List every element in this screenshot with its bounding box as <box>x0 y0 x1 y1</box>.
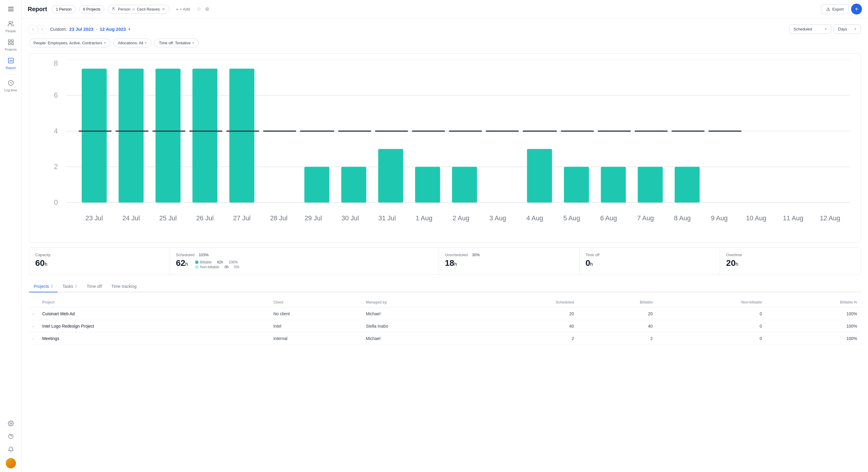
people-icon <box>7 21 14 28</box>
cell-project: Intel Logo Redesign Project <box>38 320 270 332</box>
report-icon <box>7 57 14 65</box>
svg-text:1 Aug: 1 Aug <box>415 214 433 222</box>
add-filter-label: + Add <box>180 7 190 11</box>
allocations-filter-pill[interactable]: Allocations: All ▾ <box>113 39 151 47</box>
end-date[interactable]: 12 Aug 2023 <box>100 27 126 32</box>
svg-text:10 Aug: 10 Aug <box>746 214 767 222</box>
svg-text:25 Jul: 25 Jul <box>159 214 177 222</box>
timeoff-value: 0h <box>586 258 714 268</box>
scheduled-pct: 103% <box>198 253 209 257</box>
stat-overtime: Overtime 20h <box>720 248 861 275</box>
expand-row-button[interactable]: › <box>33 312 34 316</box>
svg-rect-58 <box>638 167 663 203</box>
tab-projects-label: Projects <box>34 284 49 289</box>
people-filter-label: People: Employees, Active, Contractors <box>33 41 102 45</box>
logtime-icon <box>7 80 14 87</box>
sidebar-item-people[interactable]: People <box>2 18 20 35</box>
svg-point-3 <box>9 22 11 24</box>
people-filter-arrow: ▾ <box>104 41 106 45</box>
svg-text:28 Jul: 28 Jul <box>270 214 287 222</box>
add-filter-button[interactable]: + + Add <box>173 5 193 13</box>
date-prev-button[interactable]: ‹ <box>29 25 37 33</box>
avatar[interactable] <box>6 458 16 468</box>
projects-count-chip[interactable]: 6 Projects <box>79 5 104 13</box>
scheduled-value: 62h <box>176 258 188 268</box>
svg-text:4: 4 <box>54 127 58 135</box>
filter-value: Cecil Reaves <box>137 7 160 11</box>
table-row: › Cuisinart Web Ad No client Michael 20 … <box>29 308 861 320</box>
date-separator: - <box>96 27 97 32</box>
svg-rect-54 <box>564 167 589 203</box>
date-next-button[interactable]: › <box>38 25 46 33</box>
unscheduled-label: Unscheduled <box>445 253 468 257</box>
svg-text:8 Aug: 8 Aug <box>674 214 691 222</box>
svg-rect-32 <box>156 69 181 202</box>
stat-unscheduled: Unscheduled 30% 18h <box>439 248 580 275</box>
col-billable-pct: Billable % <box>766 297 861 308</box>
overtime-value: 20h <box>726 258 855 268</box>
cell-non-billable: 0 <box>656 320 766 332</box>
expand-row-button[interactable]: › <box>33 337 34 341</box>
billable-dot <box>195 261 198 264</box>
chart-container: 0 2 4 6 8 <box>29 53 861 243</box>
days-chevron-icon: ▾ <box>855 27 856 31</box>
create-button[interactable]: + <box>851 4 862 14</box>
scheduled-dropdown[interactable]: Scheduled ▾ <box>789 24 831 34</box>
expand-row-button[interactable]: › <box>33 324 34 328</box>
svg-point-13 <box>10 423 11 424</box>
cell-billable: 40 <box>578 320 656 332</box>
svg-rect-44 <box>378 149 403 202</box>
scheduled-label: Scheduled <box>794 27 812 31</box>
sidebar-item-help[interactable] <box>2 431 20 443</box>
sidebar-item-logtime[interactable]: Log time <box>2 77 20 94</box>
timeoff-filter-pill[interactable]: Time off: Tentative ▾ <box>154 39 198 47</box>
svg-rect-30 <box>119 69 144 202</box>
filter-row: People: Employees, Active, Contractors ▾… <box>29 39 861 47</box>
svg-rect-42 <box>341 167 366 203</box>
svg-text:30 Jul: 30 Jul <box>341 214 359 222</box>
date-dropdown-icon[interactable]: ▾ <box>128 27 130 31</box>
content-area: ‹ › Custom: 23 Jul 2023 - 12 Aug 2023 ▾ … <box>22 19 868 472</box>
people-filter-pill[interactable]: People: Employees, Active, Contractors ▾ <box>29 39 110 47</box>
sidebar-logo[interactable] <box>5 4 16 14</box>
capacity-label: Capacity <box>35 253 51 257</box>
svg-text:23 Jul: 23 Jul <box>86 214 103 222</box>
tab-projects[interactable]: Projects 3 <box>29 281 58 292</box>
help-icon <box>8 433 14 440</box>
allocations-filter-arrow: ▾ <box>145 41 147 45</box>
cell-billable: 2 <box>578 332 656 345</box>
svg-text:31 Jul: 31 Jul <box>378 214 396 222</box>
sidebar-item-people-label: People <box>5 29 16 33</box>
sidebar-item-notifications[interactable] <box>2 444 20 456</box>
days-dropdown[interactable]: Days ▾ <box>834 24 861 34</box>
sidebar-item-report[interactable]: Report <box>2 55 20 72</box>
settings-icon <box>8 420 14 428</box>
star-icon[interactable]: ☆ <box>196 6 201 12</box>
non-billable-pct: 0% <box>234 265 239 269</box>
tab-timetracking[interactable]: Time tracking <box>107 281 142 292</box>
svg-text:29 Jul: 29 Jul <box>304 214 322 222</box>
tab-timeoff[interactable]: Time off <box>82 281 107 292</box>
svg-rect-48 <box>452 167 477 203</box>
unscheduled-value: 18h <box>445 258 573 268</box>
svg-text:8: 8 <box>54 60 58 67</box>
svg-text:4 Aug: 4 Aug <box>526 214 543 222</box>
projects-count-label: 6 Projects <box>83 7 101 11</box>
person-filter-chip[interactable]: Person is Cecil Reaves ✕ <box>108 5 169 13</box>
start-date[interactable]: 23 Jul 2023 <box>69 27 93 32</box>
svg-rect-52 <box>527 149 552 202</box>
sidebar-item-settings[interactable] <box>2 418 20 430</box>
sidebar-item-projects[interactable]: Projects <box>2 36 20 54</box>
timeoff-filter-arrow: ▾ <box>192 41 194 45</box>
projects-icon <box>7 39 14 46</box>
date-bar-right: Scheduled ▾ Days ▾ <box>789 24 861 34</box>
add-filter-icon: + <box>176 7 179 12</box>
table-row: › Meetings Internal Michael 2 2 0 100% <box>29 332 861 345</box>
export-button[interactable]: Export <box>821 4 849 14</box>
circle-x-icon[interactable]: ⊗ <box>205 6 210 12</box>
scheduled-chevron-icon: ▾ <box>825 27 827 31</box>
date-navigation: ‹ › <box>29 25 46 33</box>
person-count-chip[interactable]: 1 Person <box>52 5 75 13</box>
tab-tasks[interactable]: Tasks 2 <box>58 281 82 292</box>
filter-close-icon[interactable]: ✕ <box>162 7 165 11</box>
